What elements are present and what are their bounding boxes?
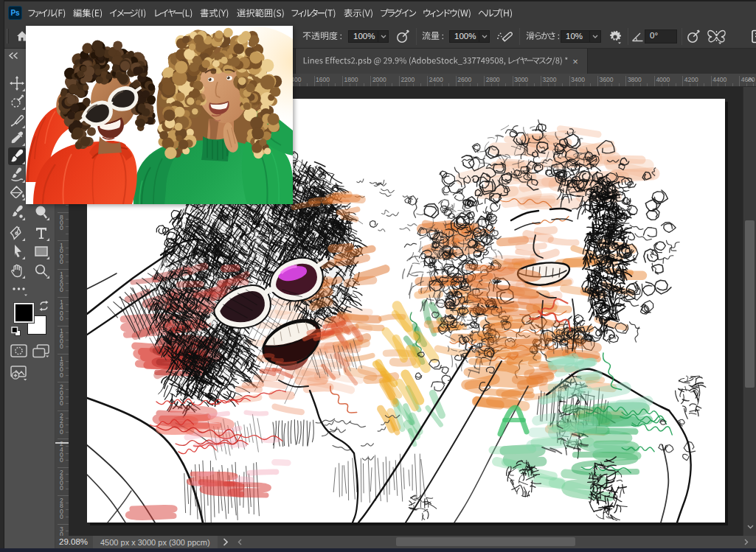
pen-tool[interactable] xyxy=(8,224,26,242)
size-pressure-icon[interactable] xyxy=(686,29,701,44)
smoothing-dropdown-chevron[interactable] xyxy=(589,31,600,42)
opacity-dropdown-chevron[interactable] xyxy=(378,31,388,42)
ruler-tick xyxy=(58,212,69,213)
dodge-tool[interactable] xyxy=(32,203,50,221)
photoshop-logo[interactable]: Ps xyxy=(8,6,22,20)
smoothing-field[interactable]: 10% xyxy=(561,30,601,43)
scroll-right-icon[interactable] xyxy=(744,539,749,545)
reference-photo-overlay[interactable] xyxy=(26,26,293,204)
options-bar-grabber[interactable] xyxy=(7,29,9,43)
ruler-tick xyxy=(58,326,69,326)
menu-label xyxy=(110,8,146,18)
ruler-tick xyxy=(58,439,69,439)
ruler-label: 0 xyxy=(60,399,63,407)
brush-angle-field[interactable]: 0° xyxy=(645,29,677,43)
menu-label xyxy=(28,8,66,18)
lasso-tool[interactable] xyxy=(8,111,26,129)
menu-view[interactable]: 表示(V) xyxy=(344,1,373,24)
vertical-scrollbar[interactable] xyxy=(743,87,756,536)
opacity-value[interactable]: 100% xyxy=(349,31,378,42)
pen-tool-icon xyxy=(9,225,25,241)
zoom-tool[interactable] xyxy=(32,262,50,279)
zoom-level[interactable]: 29.08% xyxy=(59,537,88,546)
ruler-label: 3400 xyxy=(571,76,585,83)
opacity-pressure-icon[interactable] xyxy=(395,29,411,44)
ruler-tick xyxy=(399,76,400,87)
ruler-label: 0 xyxy=(60,456,63,464)
brush-tool[interactable] xyxy=(8,147,26,165)
mixer-brush-tool-icon xyxy=(9,167,25,183)
menu-items: ファイル(F)編集(E)イメージ(I)レイヤー(L)書式(Y)選択範囲(S)フィ… xyxy=(22,1,513,24)
mixer-brush-tool[interactable] xyxy=(8,166,26,184)
menu-help[interactable]: ヘルプ(H) xyxy=(479,1,513,24)
ruler-label: 1800 xyxy=(344,76,358,83)
menu-filter[interactable]: フィルター(T) xyxy=(291,1,336,24)
path-selection-tool[interactable] xyxy=(8,242,26,260)
flow-value[interactable]: 100% xyxy=(450,31,479,42)
hand-tool[interactable] xyxy=(8,262,26,279)
paint-bucket-tool[interactable] xyxy=(8,184,26,201)
flow-field[interactable]: 100% xyxy=(449,30,490,43)
ruler-tick xyxy=(541,76,541,87)
menu-edit[interactable]: 編集(E) xyxy=(73,1,103,24)
ruler-label: 0 xyxy=(60,531,63,536)
status-bar: 29.08% 4500 px x 3000 px (300 ppcm) xyxy=(55,536,756,548)
ruler-tick xyxy=(58,269,69,270)
quick-mask-icon[interactable] xyxy=(10,344,27,357)
status-chevron-icon[interactable] xyxy=(223,538,228,546)
ruler-label: 0 xyxy=(60,224,63,231)
paint-symmetry-icon[interactable] xyxy=(707,28,726,45)
smoothing-gear-icon[interactable] xyxy=(608,29,623,44)
opacity-label: 不透明度 : xyxy=(302,24,342,48)
vertical-scrollbar-thumb[interactable] xyxy=(745,220,755,388)
ruler-tick xyxy=(58,524,69,525)
ruler-label: 0 xyxy=(60,286,63,293)
eyedropper-tool[interactable] xyxy=(8,129,26,147)
scroll-left-icon[interactable] xyxy=(237,539,242,545)
ruler-tick xyxy=(342,76,343,87)
ruler-label: 0 xyxy=(60,513,63,520)
ruler-label: 0 xyxy=(60,484,63,492)
foreground-color-swatch[interactable] xyxy=(14,303,34,323)
ruler-tick xyxy=(484,76,485,87)
smudge-tool[interactable] xyxy=(8,203,26,221)
menu-window[interactable]: ウィンドウ(W) xyxy=(423,1,471,24)
ruler-label: 3600 xyxy=(600,76,614,83)
scroll-down-icon[interactable] xyxy=(747,525,754,529)
default-colors-icon[interactable] xyxy=(11,326,21,337)
airbrush-icon[interactable] xyxy=(496,29,515,43)
ruler-tick xyxy=(739,76,740,87)
scroll-up-icon[interactable] xyxy=(747,77,754,82)
edit-toolbar-dots-icon[interactable] xyxy=(12,286,28,296)
ruler-label: 3000 xyxy=(514,76,528,83)
menu-layer[interactable]: レイヤー(L) xyxy=(154,1,193,24)
rectangle-tool[interactable] xyxy=(32,242,50,260)
options-divider-2 xyxy=(519,28,520,45)
opacity-field[interactable]: 100% xyxy=(348,30,389,43)
horizontal-scrollbar-thumb[interactable] xyxy=(396,537,575,546)
menu-image[interactable]: イメージ(I) xyxy=(110,1,146,24)
swap-colors-icon[interactable] xyxy=(38,301,49,311)
ruler-label: 2800 xyxy=(486,76,500,83)
screen-mode-icon[interactable] xyxy=(32,344,49,358)
document-tab[interactable]: Lines Effects2.psb @ 29.9% (AdobeStock_3… xyxy=(295,49,588,74)
smoothing-value[interactable]: 10% xyxy=(561,31,589,42)
quick-selection-tool[interactable] xyxy=(8,93,26,111)
menu-file[interactable]: ファイル(F) xyxy=(28,1,66,24)
brush-settings-panel-icon[interactable] xyxy=(752,29,756,43)
ruler-tick xyxy=(58,495,69,496)
menu-plugins[interactable]: プラグイン xyxy=(381,1,416,24)
menu-select[interactable]: 選択範囲(S) xyxy=(237,1,285,24)
menu-label xyxy=(73,8,103,18)
menu-type[interactable]: 書式(Y) xyxy=(200,1,229,24)
tab-close-icon[interactable]: × xyxy=(569,55,581,67)
ruler-tick xyxy=(314,76,315,87)
type-tool[interactable] xyxy=(32,224,50,242)
flow-label: 流量 : xyxy=(422,24,444,48)
ruler-tick xyxy=(427,76,428,87)
move-tool[interactable] xyxy=(8,74,26,92)
collapse-panel-icon[interactable] xyxy=(8,52,18,60)
capture-in-app-icon[interactable] xyxy=(10,365,28,381)
flow-dropdown-chevron[interactable] xyxy=(479,31,489,42)
brush-angle-value[interactable]: 0° xyxy=(645,30,676,43)
